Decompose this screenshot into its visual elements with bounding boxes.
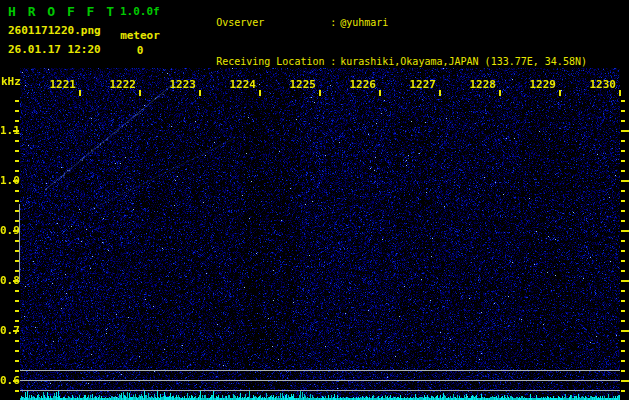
freq-minor-tick-right <box>621 310 625 312</box>
minute-tick <box>379 90 381 96</box>
freq-minor-tick <box>15 110 19 112</box>
freq-minor-tick <box>15 120 19 122</box>
freq-major-tick-right <box>621 180 629 182</box>
freq-minor-tick <box>15 170 19 172</box>
freq-major-tick-right <box>621 280 629 282</box>
freq-minor-tick-right <box>621 360 625 362</box>
freq-minor-tick <box>15 320 19 322</box>
info-separator: : <box>330 16 340 29</box>
freq-major-tick <box>13 180 19 182</box>
app-version: 1.0.0f <box>120 5 160 18</box>
freq-minor-tick-right <box>621 390 625 392</box>
time-tick-label: 1229 <box>524 78 556 91</box>
freq-minor-tick-right <box>621 140 625 142</box>
minute-tick <box>499 90 501 96</box>
info-value: @yuhmari <box>340 17 388 28</box>
freq-tick-label: 0.7 <box>0 324 13 337</box>
freq-minor-tick <box>15 260 19 262</box>
time-tick-label: 1230 <box>584 78 616 91</box>
info-separator: : <box>330 55 340 68</box>
freq-minor-tick-right <box>621 150 625 152</box>
freq-minor-tick-right <box>621 320 625 322</box>
freq-minor-tick <box>15 290 19 292</box>
minute-tick <box>139 90 141 96</box>
minute-tick <box>559 90 561 96</box>
time-tick-label: 1228 <box>464 78 496 91</box>
time-tick-label: 1221 <box>44 78 76 91</box>
freq-minor-tick <box>15 350 19 352</box>
reference-line-middle <box>20 380 620 381</box>
freq-minor-tick <box>15 240 19 242</box>
meteor-counter-value: 0 <box>118 44 162 57</box>
freq-minor-tick-right <box>621 120 625 122</box>
freq-minor-tick-right <box>621 340 625 342</box>
freq-minor-tick-right <box>621 260 625 262</box>
freq-minor-tick <box>15 140 19 142</box>
freq-tick-label: 1.1 <box>0 124 13 137</box>
freq-minor-tick-right <box>621 210 625 212</box>
freq-minor-tick-right <box>621 220 625 222</box>
freq-minor-tick <box>15 200 19 202</box>
app-title: H R O F F T <box>8 4 116 19</box>
freq-major-tick <box>13 280 19 282</box>
freq-minor-tick <box>15 160 19 162</box>
freq-major-tick <box>13 230 19 232</box>
freq-minor-tick-right <box>621 300 625 302</box>
freq-minor-tick <box>15 300 19 302</box>
freq-minor-tick <box>15 220 19 222</box>
freq-major-tick <box>13 330 19 332</box>
freq-minor-tick-right <box>621 270 625 272</box>
freq-minor-tick <box>15 190 19 192</box>
freq-minor-tick-right <box>621 350 625 352</box>
freq-major-tick-right <box>621 130 629 132</box>
freq-minor-tick <box>15 270 19 272</box>
freq-major-tick-right <box>621 380 629 382</box>
minute-tick <box>259 90 261 96</box>
left-edge-marker-line <box>19 204 20 282</box>
output-filename: 2601171220.png <box>8 24 101 37</box>
freq-tick-label: 1.0 <box>0 174 13 187</box>
minute-tick <box>619 90 621 96</box>
meteor-counter-label: meteor <box>118 29 162 42</box>
time-tick-label: 1227 <box>404 78 436 91</box>
freq-minor-tick-right <box>621 370 625 372</box>
minute-tick <box>439 90 441 96</box>
info-row-observer: Ovserver:@yuhmari <box>180 3 587 42</box>
freq-major-tick <box>13 380 19 382</box>
freq-tick-label: 0.9 <box>0 224 13 237</box>
freq-minor-tick <box>15 360 19 362</box>
info-label: Receiving Location <box>216 55 330 68</box>
time-tick-label: 1224 <box>224 78 256 91</box>
info-label: Ovserver <box>216 16 330 29</box>
spectrogram-canvas <box>20 68 620 400</box>
freq-minor-tick <box>15 210 19 212</box>
reference-line-upper <box>20 370 620 371</box>
info-value: kurashiki,Okayama,JAPAN (133.77E, 34.58N… <box>340 56 587 67</box>
freq-minor-tick <box>15 340 19 342</box>
freq-minor-tick-right <box>621 240 625 242</box>
freq-major-tick <box>13 130 19 132</box>
freq-major-tick-right <box>621 230 629 232</box>
minute-tick <box>199 90 201 96</box>
freq-minor-tick <box>15 390 19 392</box>
time-tick-label: 1225 <box>284 78 316 91</box>
time-tick-label: 1222 <box>104 78 136 91</box>
freq-minor-tick-right <box>621 160 625 162</box>
freq-minor-tick-right <box>621 190 625 192</box>
freq-minor-tick <box>15 370 19 372</box>
freq-minor-tick <box>15 250 19 252</box>
minute-tick <box>319 90 321 96</box>
capture-datetime: 26.01.17 12:20 <box>8 43 101 56</box>
freq-minor-tick-right <box>621 290 625 292</box>
hrofft-window: H R O F F T 1.0.0f 2601171220.png 26.01.… <box>0 0 629 400</box>
freq-minor-tick-right <box>621 100 625 102</box>
time-tick-label: 1226 <box>344 78 376 91</box>
time-tick-label: 1223 <box>164 78 196 91</box>
freq-minor-tick <box>15 150 19 152</box>
minute-tick <box>79 90 81 96</box>
y-axis-unit-label: kHz <box>1 75 21 88</box>
freq-minor-tick-right <box>621 200 625 202</box>
reference-line-lower <box>20 390 620 391</box>
freq-minor-tick <box>15 310 19 312</box>
freq-minor-tick <box>15 100 19 102</box>
